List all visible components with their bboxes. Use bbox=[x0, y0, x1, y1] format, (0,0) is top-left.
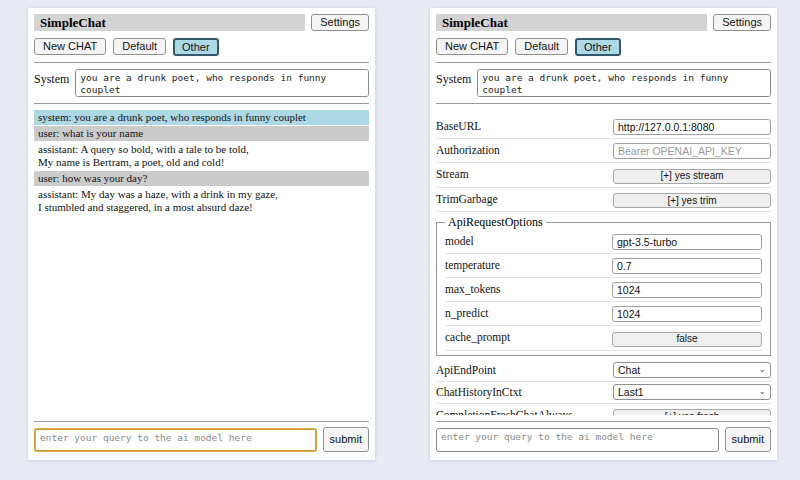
system-label: System bbox=[34, 69, 69, 87]
setting-label: CompletionFreshChatAlways bbox=[436, 409, 573, 415]
setting-authorization-input[interactable] bbox=[613, 143, 771, 159]
chat-panel: SimpleChat Settings New CHAT Default Oth… bbox=[28, 8, 375, 460]
system-prompt-row: System you are a drunk poet, who respond… bbox=[34, 69, 369, 97]
setting-label: model bbox=[445, 235, 474, 247]
setting-trimgarbage-button[interactable]: [+] yes trim bbox=[613, 193, 771, 208]
setting-label: ApiEndPoint bbox=[436, 364, 496, 376]
session-row: New CHAT Default Other bbox=[436, 38, 771, 56]
submit-button[interactable]: submit bbox=[725, 427, 771, 452]
settings-rows-api: modeltemperaturemax_tokensn_predictcache… bbox=[445, 230, 762, 351]
setting-label: BaseURL bbox=[436, 120, 481, 132]
setting-baseurl-input[interactable] bbox=[613, 119, 771, 135]
session-button-default[interactable]: Default bbox=[515, 38, 568, 55]
chat-history: system: you are a drunk poet, who respon… bbox=[34, 110, 369, 415]
setting-label: cache_prompt bbox=[445, 331, 510, 343]
session-button-default[interactable]: Default bbox=[113, 38, 166, 55]
setting-label: temperature bbox=[445, 259, 500, 271]
chat-message-system: system: you are a drunk poet, who respon… bbox=[34, 110, 369, 125]
setting-row-stream: Stream[+] yes stream bbox=[436, 163, 771, 188]
setting-label: TrimGarbage bbox=[436, 193, 498, 205]
settings-list: BaseURLAuthorizationStream[+] yes stream… bbox=[436, 115, 771, 415]
settings-button[interactable]: Settings bbox=[311, 14, 369, 31]
setting-label: Stream bbox=[436, 168, 469, 180]
divider bbox=[34, 103, 369, 104]
setting-control: Chat⌄ bbox=[613, 362, 771, 378]
setting-row-max-tokens: max_tokens bbox=[445, 278, 762, 302]
setting-max-tokens-input[interactable] bbox=[612, 282, 762, 298]
chat-message-user: user: what is your name bbox=[34, 126, 369, 141]
submit-button[interactable]: submit bbox=[323, 427, 369, 452]
setting-row-trimgarbage: TrimGarbage[+] yes trim bbox=[436, 188, 771, 213]
setting-label: ChatHistoryInCtxt bbox=[436, 386, 522, 398]
query-row: submit bbox=[34, 427, 369, 452]
divider bbox=[34, 62, 369, 63]
setting-control: [+] yes stream bbox=[613, 165, 771, 184]
setting-row-cache-prompt: cache_promptfalse bbox=[445, 326, 762, 351]
setting-n-predict-input[interactable] bbox=[612, 306, 762, 322]
chat-message-assistant: assistant: My day was a haze, with a dri… bbox=[34, 187, 369, 215]
setting-row-temperature: temperature bbox=[445, 254, 762, 278]
session-button-other[interactable]: Other bbox=[575, 38, 621, 56]
setting-row-chathistoryinctxt: ChatHistoryInCtxtLast1⌄ bbox=[436, 382, 771, 404]
setting-label: max_tokens bbox=[445, 283, 501, 295]
setting-model-input[interactable] bbox=[612, 234, 762, 250]
setting-control: Last1⌄ bbox=[613, 384, 771, 400]
setting-label: Authorization bbox=[436, 144, 500, 156]
chevron-down-icon: ⌄ bbox=[758, 387, 766, 396]
setting-control bbox=[612, 280, 762, 298]
session-row: New CHAT Default Other bbox=[34, 38, 369, 56]
system-label: System bbox=[436, 69, 471, 87]
system-prompt-input[interactable]: you are a drunk poet, who responds in fu… bbox=[477, 69, 771, 97]
system-prompt-row: System you are a drunk poet, who respond… bbox=[436, 69, 771, 97]
chat-message-assistant: assistant: A query so bold, with a tale … bbox=[34, 142, 369, 170]
selected-option: Chat bbox=[618, 364, 640, 376]
setting-chathistoryinctxt-select[interactable]: Last1⌄ bbox=[613, 384, 771, 400]
setting-row-baseurl: BaseURL bbox=[436, 115, 771, 139]
setting-control bbox=[612, 256, 762, 274]
app-title: SimpleChat bbox=[34, 14, 305, 31]
setting-row-authorization: Authorization bbox=[436, 139, 771, 163]
setting-cache-prompt-button[interactable]: false bbox=[612, 332, 762, 347]
session-button-other[interactable]: Other bbox=[173, 38, 219, 56]
api-request-options-fieldset: ApiRequestOptions modeltemperaturemax_to… bbox=[436, 215, 771, 356]
setting-control: [+] yes trim bbox=[613, 190, 771, 209]
setting-row-completionfreshchatalways: CompletionFreshChatAlways[+] yes fresh bbox=[436, 404, 771, 416]
setting-apiendpoint-select[interactable]: Chat⌄ bbox=[613, 362, 771, 378]
setting-control: false bbox=[612, 328, 762, 347]
divider bbox=[436, 103, 771, 104]
chat-message-user: user: how was your day? bbox=[34, 171, 369, 186]
divider bbox=[436, 62, 771, 63]
setting-row-n-predict: n_predict bbox=[445, 302, 762, 326]
selected-option: Last1 bbox=[618, 386, 644, 398]
header-row: SimpleChat Settings bbox=[34, 14, 369, 31]
query-row: submit bbox=[436, 427, 771, 452]
setting-label: n_predict bbox=[445, 307, 488, 319]
setting-stream-button[interactable]: [+] yes stream bbox=[613, 169, 771, 184]
new-chat-button[interactable]: New CHAT bbox=[34, 38, 106, 55]
api-request-options-legend: ApiRequestOptions bbox=[445, 215, 546, 230]
settings-rows-bottom: ApiEndPointChat⌄ChatHistoryInCtxtLast1⌄C… bbox=[436, 360, 771, 416]
chevron-down-icon: ⌄ bbox=[758, 365, 766, 374]
app-title: SimpleChat bbox=[436, 14, 707, 31]
setting-control: [+] yes fresh bbox=[613, 406, 771, 416]
setting-completionfreshchatalways-button[interactable]: [+] yes fresh bbox=[613, 409, 771, 415]
setting-control bbox=[612, 304, 762, 322]
new-chat-button[interactable]: New CHAT bbox=[436, 38, 508, 55]
settings-rows-top: BaseURLAuthorizationStream[+] yes stream… bbox=[436, 115, 771, 212]
setting-row-apiendpoint: ApiEndPointChat⌄ bbox=[436, 360, 771, 382]
divider bbox=[34, 421, 369, 422]
header-row: SimpleChat Settings bbox=[436, 14, 771, 31]
setting-temperature-input[interactable] bbox=[612, 258, 762, 274]
query-input[interactable] bbox=[436, 428, 719, 452]
setting-control bbox=[613, 117, 771, 135]
system-prompt-input[interactable]: you are a drunk poet, who responds in fu… bbox=[75, 69, 369, 97]
setting-control bbox=[612, 232, 762, 250]
settings-panel: SimpleChat Settings New CHAT Default Oth… bbox=[430, 8, 777, 460]
setting-row-model: model bbox=[445, 230, 762, 254]
divider bbox=[436, 421, 771, 422]
settings-button[interactable]: Settings bbox=[713, 14, 771, 31]
setting-control bbox=[613, 141, 771, 159]
query-input[interactable] bbox=[34, 428, 317, 452]
